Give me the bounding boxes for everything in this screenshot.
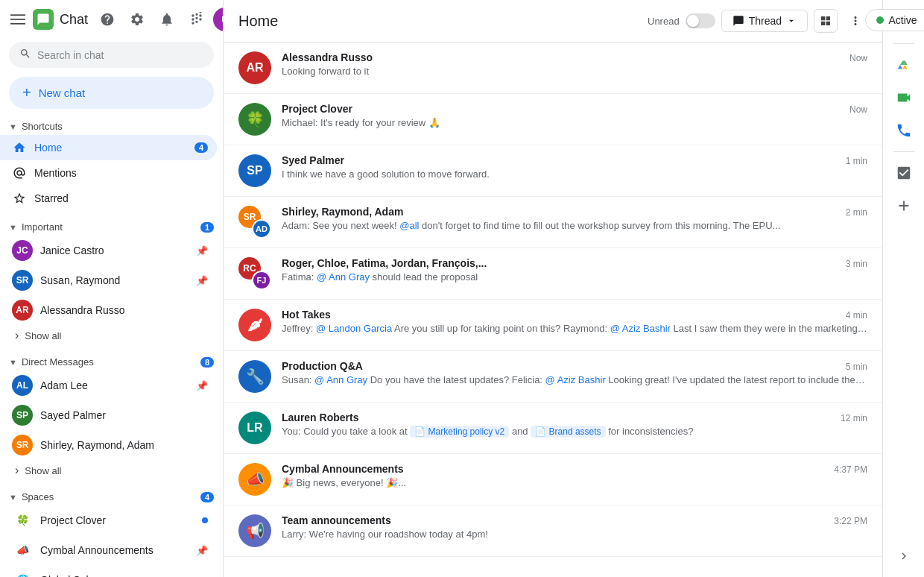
- settings-icon[interactable]: [124, 6, 151, 33]
- sidebar-item-sayed-palmer[interactable]: SP Sayed Palmer: [0, 400, 217, 430]
- dm-show-all[interactable]: › Show all: [0, 460, 223, 481]
- right-icon-google-drive[interactable]: [889, 50, 919, 80]
- msg-body-2: Project Clover Now Michael: It's ready f…: [282, 103, 867, 128]
- more-options-button[interactable]: [844, 9, 867, 33]
- important-show-all[interactable]: › Show all: [0, 325, 223, 346]
- starred-icon: [12, 191, 27, 206]
- app-title: Chat: [60, 12, 88, 28]
- important-chevron: ▼: [9, 223, 17, 232]
- thread-button[interactable]: Thread: [721, 10, 808, 32]
- right-icon-meet[interactable]: [889, 83, 919, 113]
- message-item-syed-palmer[interactable]: SP Syed Palmer 1 min I think we have a g…: [224, 145, 882, 197]
- sidebar-item-janice-castro[interactable]: JC Janice Castro 📌: [0, 236, 217, 265]
- header-right-icons: U: [94, 6, 224, 33]
- msg-preview-10: Larry: We're having our roadshow today a…: [282, 529, 867, 540]
- important-section-header[interactable]: ▼ Important 1: [0, 217, 223, 236]
- msg-body-3: Syed Palmer 1 min I think we have a good…: [282, 154, 867, 180]
- message-item-team-announcements[interactable]: 📢 Team announcements 3:22 PM Larry: We'r…: [224, 505, 882, 557]
- sidebar-item-global-sales[interactable]: 🌐 Global Sales: [0, 565, 217, 577]
- search-icon: [19, 48, 31, 62]
- msg-sender-9: Cymbal Announcements: [282, 463, 404, 475]
- sidebar: Chat U Search in chat + New chat: [0, 0, 224, 577]
- message-item-roger-group[interactable]: RC FJ Roger, Chloe, Fatima, Jordan, Fran…: [224, 248, 882, 300]
- toggle-pill[interactable]: [686, 13, 715, 28]
- msg-top-1: Alessandra Russo Now: [282, 51, 867, 63]
- active-status-button[interactable]: Active: [865, 9, 924, 31]
- msg-avatar-production-qa: 🔧: [238, 360, 271, 393]
- right-icon-add[interactable]: [889, 191, 919, 221]
- spaces-chevron: ▼: [9, 493, 17, 502]
- janice-avatar: JC: [12, 240, 33, 261]
- alessandra-avatar: AR: [12, 300, 33, 321]
- message-item-lauren-roberts[interactable]: LR Lauren Roberts 12 min You: Could you …: [224, 403, 882, 454]
- page-title: Home: [238, 13, 639, 30]
- spaces-section-header[interactable]: ▼ Spaces 4: [0, 487, 223, 505]
- msg-sender-4: Shirley, Raymond, Adam: [282, 206, 403, 218]
- msg-top-4: Shirley, Raymond, Adam 2 min: [282, 206, 867, 218]
- msg-time-6: 4 min: [846, 310, 867, 321]
- msg-avatar-team: 📢: [238, 514, 271, 547]
- project-clover-dot: [202, 517, 208, 523]
- project-clover-label: Project Clover: [40, 514, 106, 526]
- right-sidebar-bottom: [889, 541, 919, 571]
- waffle-menu-icon[interactable]: [183, 6, 210, 33]
- topbar: Chat U: [0, 0, 223, 39]
- search-bar[interactable]: Search in chat: [9, 42, 214, 68]
- shirley-avatar: SR: [12, 435, 33, 455]
- cymbal-icon: 📣: [12, 540, 33, 561]
- msg-sender-2: Project Clover: [282, 103, 352, 115]
- shortcuts-section-header[interactable]: ▼ Shortcuts: [0, 116, 223, 135]
- sidebar-item-project-clover[interactable]: 🍀 Project Clover: [0, 505, 217, 535]
- home-label: Home: [34, 142, 187, 154]
- message-item-shirley-raymond-adam[interactable]: SR AD Shirley, Raymond, Adam 2 min Adam:…: [224, 197, 882, 248]
- message-item-alessandra-russo[interactable]: AR Alessandra Russo Now Looking forward …: [224, 42, 882, 94]
- sidebar-item-adam-lee[interactable]: AL Adam Lee 📌: [0, 371, 217, 400]
- menu-icon[interactable]: [9, 10, 27, 28]
- msg-preview-7: Susan: @ Ann Gray Do you have the latest…: [282, 374, 867, 385]
- svg-rect-2: [10, 23, 25, 25]
- active-status-container: Active: [865, 6, 924, 37]
- right-icon-phone[interactable]: [889, 116, 919, 145]
- janice-pin: 📌: [196, 245, 208, 256]
- svg-rect-1: [10, 19, 25, 20]
- message-item-production-qa[interactable]: 🔧 Production Q&A 5 min Susan: @ Ann Gray…: [224, 351, 882, 403]
- message-item-hot-takes[interactable]: 🌶 Hot Takes 4 min Jeffrey: @ Landon Garc…: [224, 300, 882, 351]
- sidebar-item-cymbal-announcements[interactable]: 📣 Cymbal Announcements 📌: [0, 535, 217, 565]
- right-icon-expand[interactable]: [889, 541, 919, 571]
- msg-time-5: 3 min: [846, 259, 867, 269]
- notifications-icon[interactable]: [154, 6, 180, 33]
- msg-time-10: 3:22 PM: [834, 516, 867, 526]
- help-icon[interactable]: [94, 6, 121, 33]
- direct-messages-section-header[interactable]: ▼ Direct Messages 8: [0, 352, 223, 371]
- susan-label: Susan, Raymond: [40, 274, 189, 286]
- sidebar-item-home[interactable]: Home 4: [0, 135, 217, 160]
- right-icon-tasks[interactable]: [889, 158, 919, 188]
- right-divider-1: [893, 43, 914, 44]
- msg-time-1: Now: [849, 53, 867, 63]
- msg-body-5: Roger, Chloe, Fatima, Jordan, François,.…: [282, 257, 867, 283]
- msg-avatar-cymbal: 📣: [238, 463, 271, 496]
- sidebar-item-mentions[interactable]: Mentions: [0, 160, 217, 186]
- cymbal-pin: 📌: [196, 545, 208, 556]
- msg-top-2: Project Clover Now: [282, 103, 867, 115]
- msg-sender-5: Roger, Chloe, Fatima, Jordan, François,.…: [282, 257, 487, 269]
- sidebar-item-alessandra[interactable]: AR Alessandra Russo: [0, 295, 217, 325]
- message-item-project-clover[interactable]: 🍀 Project Clover Now Michael: It's ready…: [224, 94, 882, 145]
- sidebar-item-starred[interactable]: Starred: [0, 186, 217, 211]
- starred-label: Starred: [34, 192, 208, 204]
- new-chat-button[interactable]: + New chat: [9, 77, 214, 109]
- message-item-cymbal-announcements[interactable]: 📣 Cymbal Announcements 4:37 PM 🎉 Big new…: [224, 454, 882, 505]
- sidebar-item-shirley-raymond[interactable]: SR Shirley, Raymond, Adam: [0, 430, 217, 460]
- msg-top-7: Production Q&A 5 min: [282, 360, 867, 372]
- mentions-label: Mentions: [34, 167, 208, 179]
- spaces-label: Spaces: [22, 491, 196, 502]
- new-chat-label: New chat: [39, 86, 86, 99]
- grid-view-button[interactable]: [814, 9, 838, 33]
- sidebar-item-susan-raymond[interactable]: SR Susan, Raymond 📌: [0, 265, 217, 295]
- user-avatar[interactable]: U: [213, 7, 224, 31]
- header-controls: Unread Thread: [648, 9, 867, 33]
- unread-toggle[interactable]: Unread: [648, 13, 715, 28]
- shortcuts-label: Shortcuts: [22, 121, 214, 132]
- susan-avatar: SR: [12, 270, 33, 291]
- main-header: Home Unread Thread: [224, 0, 882, 42]
